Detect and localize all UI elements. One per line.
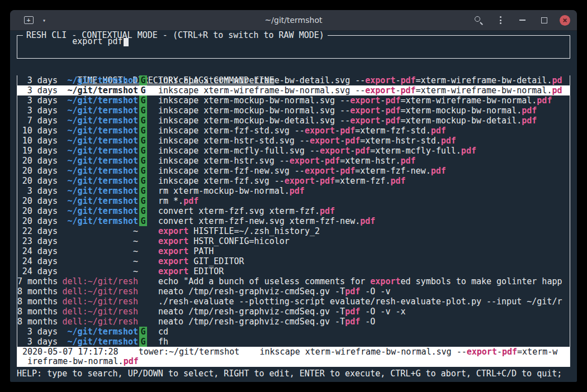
git-flag-badge: G: [139, 116, 146, 126]
row-command: inkscape xterm-mockup-bw-detail.svg --ex…: [148, 116, 570, 126]
help-bar: HELP: type to search, UP/DOWN to select,…: [17, 369, 570, 379]
row-command: convert xterm-fzf.svg xterm-fzf.pdf: [148, 206, 570, 216]
git-flag-badge: G: [139, 85, 146, 95]
selected-detail: 2020-05-07 17:17:28 tower:~/git/termshot…: [17, 347, 570, 367]
history-row[interactable]: 3 days~/git/termshotGinkscape xterm-wire…: [17, 85, 570, 95]
git-flag-badge: G: [139, 106, 146, 116]
row-host-directory: ~/git/termshot: [58, 196, 138, 206]
row-host-directory: dell:~/git/resh: [58, 317, 138, 327]
row-command: inkscape xterm-mockup-bw-normal.svg --ex…: [148, 106, 570, 116]
plus-glyph: +: [27, 17, 31, 23]
history-row[interactable]: 20 days~/git/termshotGconvert xterm-fzf.…: [17, 206, 570, 216]
row-command: inkscape xterm-wireframe-bw-normal.svg -…: [148, 85, 570, 95]
history-row[interactable]: 24 days~export GIT_EDITOR: [17, 256, 570, 266]
history-row[interactable]: 22 days~export HISTFILE=~/.zsh_history_2: [17, 226, 570, 236]
row-command: export GIT_EDITOR: [148, 256, 570, 266]
history-row[interactable]: 20 days~/git/termshotGinkscape xterm-fzf…: [17, 166, 570, 176]
history-row[interactable]: 23 days~export HSTR_CONFIG=hicolor: [17, 236, 570, 246]
row-host-directory: ~/git/termshot: [58, 126, 138, 136]
history-row[interactable]: 3 days~/git/termshotGfh: [17, 337, 570, 347]
row-host-directory: ~/git/termshot: [58, 75, 138, 85]
row-host-directory: ~/git/termshot: [58, 136, 138, 146]
history-row[interactable]: 10 days~/git/termshotGinkscape xterm-hst…: [17, 136, 570, 146]
row-host-directory: ~: [58, 266, 138, 276]
history-panel: 3 days~/git/termshotGinkscape xterm-wire…: [17, 75, 570, 367]
row-command: export PATH: [148, 246, 570, 256]
history-row[interactable]: 3 days~/git/termshotGinkscape xterm-wire…: [17, 75, 570, 85]
row-flags: [138, 236, 148, 246]
row-host-directory: dell:~/git/resh: [58, 286, 138, 297]
git-flag-badge: G: [139, 337, 146, 347]
terminal-content: RESH CLI - CONTEXTUAL MODE - (CTRL+R to …: [10, 31, 577, 382]
git-flag-badge: G: [139, 136, 146, 146]
history-row[interactable]: 10 days~/git/termshotGinkscape xterm-fzf…: [17, 126, 570, 136]
row-flags: G: [138, 196, 148, 206]
row-command: inkscape xterm-hstr-std.svg --export-pdf…: [148, 136, 570, 146]
row-flags: G: [138, 216, 148, 226]
row-flags: G: [138, 206, 148, 216]
search-input[interactable]: export pdf: [22, 26, 129, 56]
history-row[interactable]: 3 days~/git/termshotGinkscape xterm-mock…: [17, 95, 570, 106]
history-row[interactable]: 3 days~/git/termshotGinkscape xterm-mock…: [17, 106, 570, 116]
row-time: 24 days: [17, 256, 58, 266]
row-host-directory: ~/git/termshot: [58, 216, 138, 226]
history-row[interactable]: 24 days~export EDITOR: [17, 266, 570, 276]
new-tab-button[interactable]: +: [22, 13, 35, 27]
row-host-directory: ~: [58, 236, 138, 246]
restore-icon: [541, 17, 547, 23]
row-time: 3 days: [17, 106, 58, 116]
history-row[interactable]: 24 days~export PATH: [17, 246, 570, 256]
row-flags: G: [138, 176, 148, 186]
row-command: inkscape xterm-fzf-new.svg --export-pdf=…: [148, 166, 570, 176]
search-button[interactable]: [472, 13, 485, 27]
row-host-directory: ~: [58, 246, 138, 256]
row-time: 20 days: [17, 206, 58, 216]
search-icon: [474, 16, 483, 25]
history-row[interactable]: 3 days~/git/termshotGrm xterm-mockup-bw-…: [17, 186, 570, 196]
row-command: fh: [148, 337, 570, 347]
kebab-menu-icon: [500, 16, 501, 24]
row-time: 8 months: [17, 317, 58, 327]
close-icon: ×: [562, 16, 567, 24]
row-host-directory: ~/git/termshot: [58, 327, 138, 337]
history-row[interactable]: 19 days~/git/termshotGinkscape xterm-mcf…: [17, 146, 570, 156]
row-flags: [138, 297, 148, 307]
history-row[interactable]: 20 days~/git/termshotGinkscape xterm-fzf…: [17, 176, 570, 186]
row-time: 3 days: [17, 85, 58, 95]
git-flag-badge: G: [139, 327, 146, 337]
minimize-button[interactable]: [516, 13, 528, 27]
history-row[interactable]: 8 monthsdell:~/git/resh./resh-evaluate -…: [17, 297, 570, 307]
row-host-directory: ~: [58, 226, 138, 236]
row-flags: G: [138, 156, 148, 166]
git-flag-badge: G: [139, 186, 146, 196]
row-host-directory: ~/git/termshot: [58, 106, 138, 116]
restore-button[interactable]: [538, 13, 550, 27]
git-flag-badge: G: [139, 206, 146, 216]
history-row[interactable]: 20 days~/git/termshotGconvert xterm-fzf-…: [17, 216, 570, 226]
history-row[interactable]: 8 monthsdell:~/git/reshneato /tmp/resh-g…: [17, 317, 570, 327]
menu-button[interactable]: [494, 13, 506, 27]
history-row[interactable]: 8 monthsdell:~/git/reshneato /tmp/resh-g…: [17, 286, 570, 297]
history-row[interactable]: 7 days~/git/termshotGinkscape xterm-mock…: [17, 116, 570, 126]
history-row[interactable]: 3 days~/git/termshotGcd: [17, 327, 570, 337]
row-command: rm *.pdf: [148, 196, 570, 206]
row-host-directory: ~/git/termshot: [58, 85, 138, 95]
terminal-window: + ▾ ~/git/termshot: [10, 10, 577, 382]
history-row[interactable]: 20 days~/git/termshotGinkscape xterm-hst…: [17, 156, 570, 166]
row-time: 22 days: [17, 226, 58, 236]
profile-dropdown-button[interactable]: ▾: [38, 13, 50, 27]
row-flags: G: [138, 85, 148, 95]
history-row[interactable]: 7 monthsdell:~/git/reshecho "Add a bunch…: [17, 276, 570, 286]
row-time: 20 days: [17, 156, 58, 166]
row-command: inkscape xterm-wireframe-bw-detail.svg -…: [148, 75, 570, 85]
row-command: export HISTFILE=~/.zsh_history_2: [148, 226, 570, 236]
search-box[interactable]: RESH CLI - CONTEXTUAL MODE - (CTRL+R to …: [17, 35, 570, 59]
row-time: 20 days: [17, 216, 58, 226]
close-button[interactable]: ×: [560, 15, 570, 26]
history-row[interactable]: 20 days~/git/termshotGrm *.pdf: [17, 196, 570, 206]
row-flags: G: [138, 136, 148, 146]
history-row[interactable]: 8 monthsdell:~/git/reshneato /tmp/resh-g…: [17, 307, 570, 317]
row-command: inkscape xterm-mcfly-full.svg --export-p…: [148, 146, 570, 156]
row-time: 19 days: [17, 146, 58, 156]
row-flags: [138, 317, 148, 327]
